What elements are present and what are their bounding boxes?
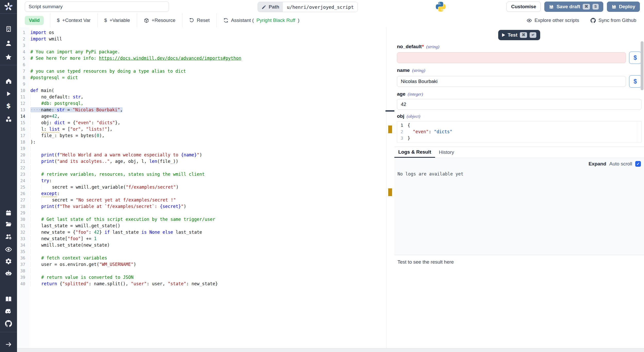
code-line-content[interactable]: def main( — [30, 87, 54, 94]
line-number: 3 — [17, 42, 29, 49]
customise-button[interactable]: Customise — [506, 2, 541, 12]
code-line-content[interactable]: #db: postgresql, — [30, 100, 83, 107]
code-line-content[interactable]: new_state["foo"] += 1 — [30, 236, 97, 242]
sidebar-item-audit-logs-icon[interactable] — [0, 244, 17, 255]
reset-button[interactable]: Reset — [182, 18, 216, 23]
field-type: (string) — [412, 68, 425, 73]
field-label-age: age(integer) — [397, 91, 641, 97]
code-line-content[interactable]: wmill.set_state(new_state) — [30, 242, 110, 248]
tab-history[interactable]: History — [435, 147, 458, 158]
path-edit-button[interactable]: Path — [258, 2, 283, 12]
sidebar-item-discord-icon[interactable] — [0, 306, 17, 316]
sidebar-item-home-icon[interactable] — [0, 76, 17, 86]
script-summary-input[interactable] — [25, 2, 169, 12]
code-line-content[interactable]: last_state = wmill.get_state() — [30, 223, 120, 229]
code-line-content[interactable] — [30, 268, 41, 274]
line-number: 11 — [17, 94, 29, 100]
code-line-content[interactable]: except: — [30, 190, 60, 197]
code-line-content[interactable]: new_state = {"foo": 42} if last_state is… — [30, 229, 202, 236]
code-line: 1{ — [397, 122, 641, 129]
expand-button[interactable]: Expand — [589, 161, 606, 167]
code-line-content[interactable] — [30, 248, 41, 255]
sidebar-item-schedules-icon[interactable] — [0, 208, 17, 218]
path-widget[interactable]: Path u/henri/overjoyed_script — [258, 2, 358, 12]
code-line-content[interactable]: # See here for more info: https://docs.w… — [30, 55, 241, 62]
sidebar-expand-button-icon[interactable] — [0, 339, 17, 349]
code-line-content[interactable]: secret = wmill.get_variable("f/examples/… — [30, 184, 179, 190]
sidebar-item-groups-icon[interactable] — [0, 231, 17, 242]
pane-resize-handle[interactable] — [385, 110, 396, 112]
sidebar-item-github-icon[interactable] — [0, 319, 17, 329]
code-line-content[interactable]: ····name:·str·=·"Nicolas·Bourbaki", — [30, 107, 123, 113]
sidebar-item-variables[interactable]: $ — [0, 100, 17, 111]
code-line-content[interactable]: print("and its acolytes..", age, obj, l,… — [30, 158, 178, 165]
code-line-content[interactable]: # Get last state of this script executio… — [30, 216, 215, 223]
code-line-content[interactable]: l: list = ["or", "lists!"], — [30, 126, 112, 132]
test-button[interactable]: Test ⌘ ↵ — [498, 30, 540, 40]
code-line-content[interactable]: import os — [30, 29, 54, 36]
add-variable-button[interactable]: $+Variable — [98, 18, 137, 23]
sidebar-item-settings-icon[interactable] — [0, 256, 17, 266]
code-line: 1import os — [17, 29, 386, 36]
name-input[interactable] — [397, 76, 626, 87]
add-resource-button[interactable]: +Resource — [137, 18, 182, 23]
code-line-content[interactable]: # return value is converted to JSON — [30, 274, 133, 281]
code-line-content[interactable]: } — [408, 135, 410, 141]
code-line-content[interactable]: no_default: str, — [30, 94, 83, 100]
code-line: 5# See here for more info: https://docs.… — [17, 55, 386, 62]
tab-logs-result[interactable]: Logs & Result — [394, 147, 435, 158]
code-line: 19 — [17, 145, 386, 152]
code-line-content[interactable] — [30, 145, 41, 152]
panel-scrollbar[interactable] — [641, 41, 643, 90]
code-line-content[interactable]: { — [408, 122, 410, 129]
assistant-button[interactable]: Assistant (Pyright Black Ruff) — [217, 18, 306, 23]
deploy-button[interactable]: Deploy — [607, 2, 640, 12]
save-draft-button[interactable]: Save draft ⌘ S — [544, 2, 603, 12]
code-editor[interactable]: 1import os2import wmill34# You can impor… — [17, 27, 386, 348]
sidebar-item-workers-icon[interactable] — [0, 268, 17, 278]
code-line-content[interactable]: file_: bytes = bytes(0), — [30, 132, 105, 139]
field-name: name — [397, 68, 410, 73]
code-line-content[interactable]: user = os.environ.get("WM_USERNAME") — [30, 261, 136, 268]
code-line-content[interactable]: obj: dict = {"even": "dicts"}, — [30, 120, 120, 126]
code-line-content[interactable]: age=42, — [30, 113, 60, 120]
line-number: 37 — [17, 261, 29, 268]
code-line-content[interactable]: secret = "No secret yet at f/examples/se… — [30, 197, 176, 203]
sync-from-github-button[interactable]: Sync from Github — [590, 18, 636, 23]
explore-other-scripts-button[interactable]: Explore other scripts — [527, 18, 579, 23]
line-number: 6 — [17, 62, 29, 68]
code-line-content[interactable] — [30, 210, 41, 216]
sidebar-item-resources-icon[interactable] — [0, 114, 17, 124]
code-line-content[interactable]: "even": "dicts" — [408, 129, 452, 135]
sidebar-item-favorites-icon[interactable] — [0, 52, 17, 62]
no_default-input[interactable] — [397, 52, 626, 63]
path-value: u/henri/overjoyed_script — [283, 2, 358, 12]
obj-json-editor[interactable]: 1{2 "even": "dicts"3} — [397, 121, 641, 143]
code-line: 10def main( — [17, 87, 386, 94]
auto-scroll-checkbox[interactable]: ✓ — [635, 161, 641, 167]
age-input[interactable] — [397, 99, 641, 110]
code-line-content[interactable] — [30, 165, 41, 171]
json-line-number: 3 — [397, 135, 406, 141]
add-context-var-button[interactable]: $+Context Var — [50, 18, 97, 23]
code-line-content[interactable]: # You can import any PyPi package. — [30, 49, 120, 55]
code-line-content[interactable]: import wmill — [30, 36, 62, 42]
no_default-variable-picker-button[interactable]: $ — [629, 52, 641, 64]
field-label-obj: obj(object) — [397, 113, 641, 119]
code-line-content[interactable]: # you can use typed resources by doing a… — [30, 68, 186, 74]
code-line-content[interactable]: print(f"The variable at `f/examples/secr… — [30, 203, 186, 210]
sidebar-item-workspace-icon[interactable] — [0, 24, 17, 34]
sidebar-item-runs-icon[interactable] — [0, 89, 17, 99]
code-line-content[interactable]: #postgresql = dict — [30, 74, 78, 81]
name-variable-picker-button[interactable]: $ — [629, 75, 641, 88]
sidebar-item-docs-icon[interactable] — [0, 294, 17, 304]
code-line-content[interactable]: print(f"Hello World and a warm welcome e… — [30, 152, 202, 158]
code-line-content[interactable]: return {"splitted": name.split(), "user"… — [30, 281, 218, 287]
code-line-content[interactable]: # fetch context variables — [30, 255, 107, 261]
sidebar-item-user-icon[interactable] — [0, 38, 17, 48]
code-line-content[interactable]: ): — [30, 139, 36, 145]
sidebar-item-folders-icon[interactable] — [0, 219, 17, 229]
save-icon — [549, 4, 554, 9]
code-line-content[interactable]: # retrieve variables, resources, states … — [30, 171, 205, 178]
code-line-content[interactable]: try: — [30, 178, 52, 184]
